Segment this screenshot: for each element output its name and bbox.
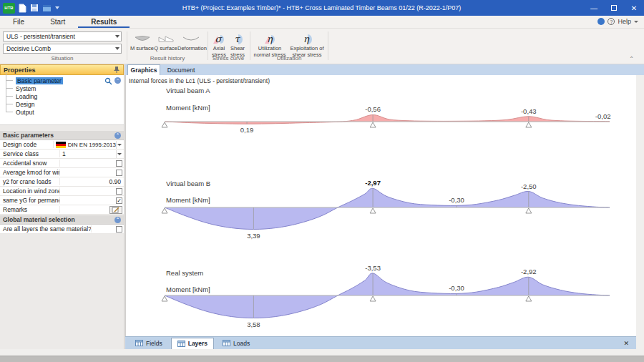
situation-combobox[interactable]: ULS - persistent/transient — [3, 31, 122, 41]
support-icon — [526, 296, 532, 301]
save-icon[interactable] — [30, 4, 39, 12]
section-basic-parameters[interactable]: Basic parameters ⌃ — [0, 131, 124, 140]
sigma-icon: σ — [211, 32, 227, 45]
search-icon[interactable] — [104, 77, 112, 85]
remarks-edit-button[interactable] — [109, 206, 122, 214]
tab-graphics[interactable]: Graphics — [127, 64, 160, 75]
properties-tree: Basic parameter System Loading Design Ou… — [0, 75, 124, 125]
beam-ylabel: Moment [kNm] — [166, 196, 210, 204]
properties-title: Properties — [4, 67, 36, 74]
row-same-material: Are all layers the same material? — [0, 225, 124, 234]
section-global-material[interactable]: Global material selection ⌃ — [0, 215, 124, 225]
tab-file[interactable]: File — [0, 16, 37, 28]
tab-fields[interactable]: Fields — [130, 338, 168, 349]
svg-text:η: η — [303, 34, 310, 44]
chevron-down-icon — [117, 144, 122, 146]
same-material-checkbox[interactable] — [116, 226, 122, 233]
document-tab-strip: Graphics Document — [125, 64, 644, 75]
service-class-value: 1 — [62, 150, 66, 157]
average-kmod-checkbox[interactable] — [116, 170, 122, 176]
y2-crane-loads-value[interactable]: 0.90 — [109, 178, 122, 185]
utilization-normal-stress-button[interactable]: η Utilization normal stress — [253, 31, 287, 58]
moment-value-label: -2,92 — [521, 268, 537, 275]
properties-panel: Properties Basic parameter System Loadin… — [0, 64, 125, 356]
ribbon: ULS - persistent/transient Decisive LCom… — [0, 29, 644, 64]
bottom-tab-bar: Fields Layers Loads ✕ — [125, 336, 636, 349]
moment-value-label: -2,50 — [521, 182, 537, 190]
group-label-stress-curve: Stress curve — [208, 55, 249, 62]
info-icon[interactable] — [597, 18, 605, 25]
moment-value-label: -0,43 — [521, 107, 537, 115]
chevron-down-icon — [115, 35, 119, 38]
collapse-icon[interactable]: ⌃ — [114, 217, 121, 223]
chevron-down-icon — [115, 47, 119, 50]
q-surface-button[interactable]: Q surface — [154, 31, 177, 52]
close-button[interactable]: ✕ — [624, 0, 644, 16]
positive-moment-area — [165, 188, 610, 229]
window-resize-bar — [0, 356, 644, 362]
tab-loads[interactable]: Loads — [217, 338, 255, 349]
help-button[interactable]: Help — [618, 18, 631, 25]
collapse-ribbon-icon[interactable]: ⌃ — [629, 56, 634, 62]
new-file-icon[interactable] — [19, 4, 26, 13]
accidental-snow-checkbox[interactable] — [116, 160, 122, 167]
m-surface-button[interactable]: M surface — [130, 31, 154, 52]
tab-document[interactable]: Document — [162, 64, 200, 75]
svg-text:η: η — [267, 34, 273, 44]
beam-name: Real system — [166, 269, 203, 277]
eta-icon: η — [262, 32, 278, 45]
moment-value-label: -0,30 — [449, 196, 464, 204]
moment-value-label: 3,39 — [247, 232, 260, 240]
tree-item-design[interactable]: Design — [0, 100, 124, 108]
group-label-utilization: Utilization — [253, 55, 326, 62]
tree-item-output[interactable]: Output — [0, 108, 124, 116]
situation-combobox-value: ULS - persistent/transient — [6, 33, 75, 40]
moment-value-label: 3,58 — [247, 321, 260, 328]
row-wind-zone: Location in wind zone 3 or 4 — [0, 187, 124, 196]
service-class-dropdown[interactable] — [116, 150, 122, 158]
shear-stress-button[interactable]: τ Shear stress — [228, 31, 247, 58]
beam-name: Virtual beam B — [166, 180, 210, 187]
moment-value-label: 0,19 — [240, 126, 254, 134]
design-code-dropdown[interactable] — [116, 141, 122, 149]
minimize-button[interactable]: — — [584, 0, 604, 16]
close-panel-icon[interactable]: ✕ — [623, 340, 629, 347]
window-icon[interactable] — [42, 4, 52, 12]
tree-item-system[interactable]: System — [0, 84, 124, 92]
axial-stress-button[interactable]: σ Axial stress — [210, 31, 228, 58]
row-same-yg: same yG for permanent loads — [0, 196, 124, 205]
collapse-icon[interactable]: ⌃ — [114, 132, 121, 139]
same-yg-checkbox[interactable] — [116, 197, 122, 204]
table-icon — [135, 340, 143, 346]
tree-item-loading[interactable]: Loading — [0, 92, 124, 100]
support-icon — [162, 122, 167, 127]
wind-zone-checkbox[interactable] — [116, 188, 122, 195]
graphics-view[interactable]: Internal forces in the Lc1 (ULS - persis… — [125, 75, 636, 336]
maximize-button[interactable] — [604, 0, 624, 16]
pin-icon[interactable] — [113, 66, 120, 74]
help-dropdown-icon[interactable] — [634, 21, 638, 23]
help-icon: ? — [608, 18, 615, 25]
moment-diagrams: Virtual beam AMoment [kNm]0,19-0,56-0,43… — [126, 75, 635, 334]
tab-layers[interactable]: Layers — [171, 338, 214, 349]
title-bar: HTB HTB+ (Project: Examples Timber)* - H… — [0, 0, 644, 16]
support-icon — [526, 208, 532, 213]
row-remarks: Remarks — [0, 205, 124, 215]
app-logo-icon: HTB — [3, 3, 15, 14]
collapse-icon[interactable]: ⌃ — [114, 77, 121, 84]
support-icon — [370, 208, 376, 213]
tab-start[interactable]: Start — [37, 16, 78, 28]
properties-header[interactable]: Properties — [0, 64, 124, 75]
lcomb-combobox[interactable]: Decisive LComb — [3, 44, 122, 54]
moment-value-label: -0,02 — [595, 112, 611, 120]
edit-icon — [112, 207, 120, 213]
tau-icon: τ — [230, 32, 245, 45]
beam-name: Virtual beam A — [166, 87, 210, 94]
support-icon — [370, 296, 376, 301]
tab-results[interactable]: Results — [78, 16, 130, 28]
moment-value-label: -3,53 — [365, 264, 381, 272]
exploitation-shear-stress-button[interactable]: η Exploitation of shear stress — [288, 31, 326, 58]
support-icon — [162, 208, 167, 213]
deformation-button[interactable]: Deformation — [177, 31, 205, 52]
support-icon — [370, 122, 376, 127]
